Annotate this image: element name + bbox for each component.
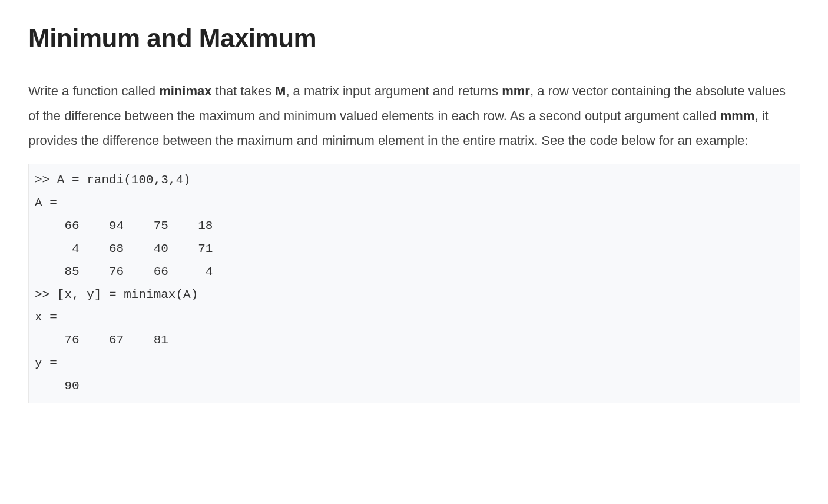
desc-bold-m: M	[275, 84, 286, 98]
desc-bold-mmm: mmm	[720, 108, 755, 123]
desc-bold-minimax: minimax	[159, 84, 211, 98]
desc-text-3: , a matrix input argument and returns	[286, 84, 502, 98]
desc-text-1: Write a function called	[28, 84, 159, 98]
desc-bold-mmr: mmr	[502, 84, 530, 98]
page-title: Minimum and Maximum	[28, 24, 800, 53]
desc-text-2: that takes	[211, 84, 275, 98]
problem-description: Write a function called minimax that tak…	[28, 79, 800, 152]
code-example: >> A = randi(100,3,4) A = 66 94 75 18 4 …	[28, 164, 800, 402]
